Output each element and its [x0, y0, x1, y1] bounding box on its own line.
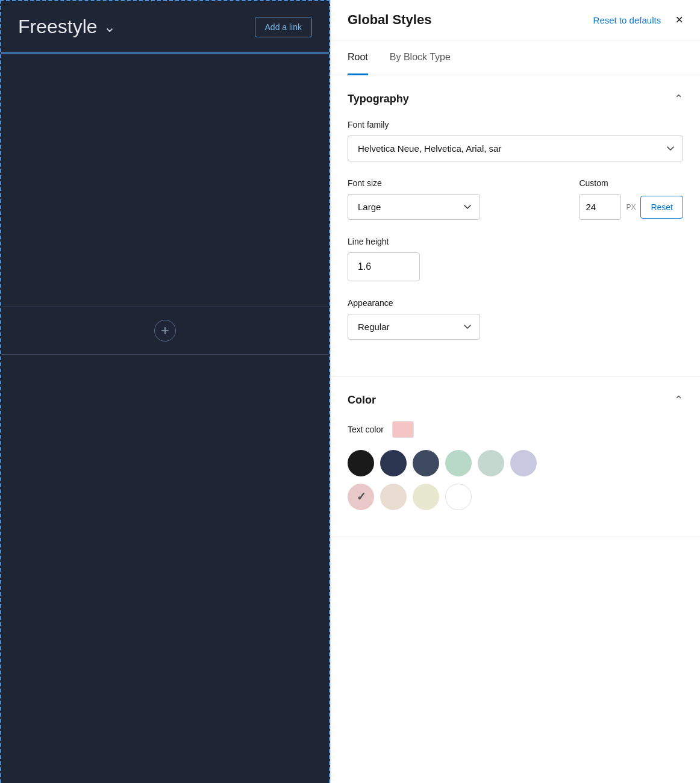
reset-to-defaults-button[interactable]: Reset to defaults — [593, 15, 661, 25]
color-collapse-icon[interactable]: ⌃ — [674, 393, 683, 407]
styles-header: Global Styles Reset to defaults × — [331, 0, 700, 40]
color-swatch-white[interactable] — [445, 484, 472, 510]
text-color-row: Text color — [348, 421, 683, 438]
px-label: PX — [626, 203, 636, 211]
color-swatch-cream[interactable] — [413, 484, 439, 510]
appearance-label: Appearance — [348, 298, 683, 308]
font-family-field: Font family Helvetica Neue, Helvetica, A… — [348, 120, 683, 161]
font-size-col: Font size Large Small Medium X-Large — [348, 178, 572, 220]
font-size-label: Font size — [348, 178, 572, 188]
tab-by-block-type[interactable]: By Block Type — [390, 41, 451, 75]
appearance-field: Appearance Regular Bold Italic Bold Ital… — [348, 298, 683, 340]
plus-icon: + — [161, 323, 169, 338]
styles-panel-title: Global Styles — [348, 12, 584, 28]
line-height-field: Line height — [348, 237, 683, 281]
checkmark-icon: ✓ — [357, 490, 366, 504]
typography-collapse-icon[interactable]: ⌃ — [674, 92, 683, 105]
editor-header: Freestyle ⌄ Add a link — [1, 1, 329, 54]
typography-section: Typography ⌃ Font family Helvetica Neue,… — [331, 75, 700, 376]
font-size-row: Font size Large Small Medium X-Large Cus… — [348, 178, 683, 220]
font-size-field: Font size Large Small Medium X-Large Cus… — [348, 178, 683, 220]
font-family-label: Font family — [348, 120, 683, 129]
tab-root[interactable]: Root — [348, 41, 368, 75]
typography-section-title: Typography — [348, 93, 409, 105]
custom-size-input[interactable] — [579, 194, 621, 220]
text-color-preview[interactable] — [392, 421, 414, 438]
chevron-down-icon[interactable]: ⌄ — [104, 19, 116, 36]
color-section: Color ⌃ Text color ✓ — [331, 376, 700, 537]
color-swatch-mint[interactable] — [445, 450, 472, 476]
font-size-select[interactable]: Large Small Medium X-Large — [348, 194, 480, 220]
color-section-title: Color — [348, 394, 376, 407]
styles-panel: Global Styles Reset to defaults × Root B… — [330, 0, 700, 783]
text-color-label: Text color — [348, 425, 384, 434]
font-size-reset-button[interactable]: Reset — [640, 196, 683, 219]
tabs-bar: Root By Block Type — [331, 40, 700, 75]
font-family-select[interactable]: Helvetica Neue, Helvetica, Arial, sar — [348, 136, 683, 161]
color-swatch-dark-navy[interactable] — [380, 450, 407, 476]
color-section-header[interactable]: Color ⌃ — [331, 376, 700, 421]
custom-input-row: PX Reset — [579, 194, 683, 220]
color-section-content: Text color ✓ — [331, 421, 700, 537]
line-height-label: Line height — [348, 237, 683, 246]
color-swatches-row2: ✓ — [348, 484, 683, 510]
editor-title-text: Freestyle — [18, 16, 98, 38]
custom-col: Custom PX Reset — [579, 178, 683, 220]
color-swatch-lavender[interactable] — [510, 450, 537, 476]
add-block-area: + — [1, 307, 329, 355]
color-swatch-pink[interactable]: ✓ — [348, 484, 374, 510]
typography-section-header[interactable]: Typography ⌃ — [331, 75, 700, 120]
line-height-input[interactable] — [348, 252, 420, 281]
appearance-select[interactable]: Regular Bold Italic Bold Italic — [348, 314, 480, 340]
close-button[interactable]: × — [675, 13, 683, 27]
typography-section-content: Font family Helvetica Neue, Helvetica, A… — [331, 120, 700, 376]
color-swatch-beige[interactable] — [380, 484, 407, 510]
color-swatch-sage[interactable] — [478, 450, 504, 476]
editor-panel: Freestyle ⌄ Add a link + — [0, 0, 330, 783]
color-swatch-navy[interactable] — [413, 450, 439, 476]
add-block-button[interactable]: + — [154, 320, 176, 342]
add-link-button[interactable]: Add a link — [255, 17, 312, 37]
color-swatch-black[interactable] — [348, 450, 374, 476]
custom-label: Custom — [579, 178, 683, 188]
color-swatches-row1 — [348, 450, 683, 476]
editor-title: Freestyle ⌄ — [18, 16, 116, 38]
